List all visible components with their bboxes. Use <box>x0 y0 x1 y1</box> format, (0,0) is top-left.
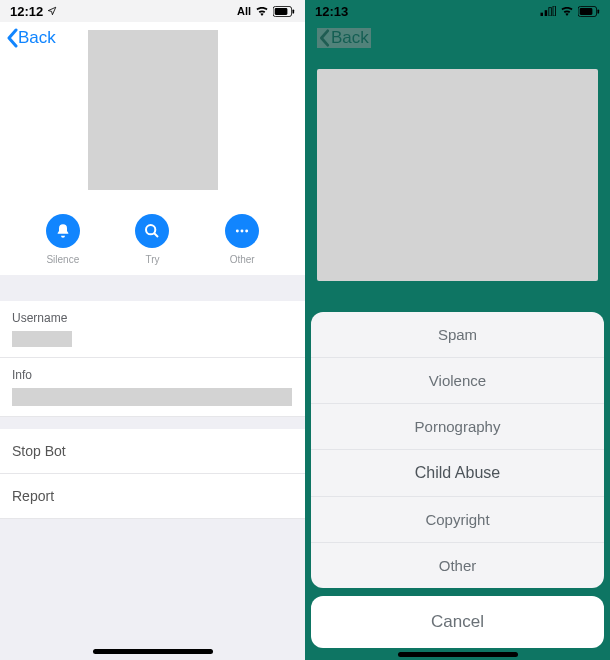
svg-rect-10 <box>549 8 552 16</box>
sheet-item-spam[interactable]: Spam <box>311 312 604 358</box>
right-header: Back <box>305 22 610 57</box>
sheet-item-copyright[interactable]: Copyright <box>311 497 604 543</box>
status-time: 12:12 <box>10 4 43 19</box>
signal-icon <box>540 6 556 16</box>
try-label: Try <box>145 254 159 265</box>
username-label: Username <box>12 311 293 325</box>
sheet-item-pornography[interactable]: Pornography <box>311 404 604 450</box>
username-block: Username <box>0 301 305 358</box>
image-placeholder <box>317 69 598 281</box>
back-label: Back <box>18 28 56 48</box>
sheet-item-child-abuse[interactable]: Child Abuse <box>311 450 604 497</box>
svg-rect-8 <box>541 13 544 16</box>
try-action: Try <box>117 214 187 265</box>
carrier-text: All <box>237 5 251 17</box>
info-value-placeholder <box>12 388 292 406</box>
wifi-icon <box>560 6 574 16</box>
search-icon <box>144 223 160 239</box>
svg-point-6 <box>241 230 244 233</box>
more-icon <box>234 223 250 239</box>
back-label: Back <box>331 28 369 48</box>
chevron-left-icon <box>319 29 331 47</box>
sheet-item-violence[interactable]: Violence <box>311 358 604 404</box>
report-action-sheet: Spam Violence Pornography Child Abuse Co… <box>311 312 604 588</box>
username-value-placeholder <box>12 331 72 347</box>
svg-rect-2 <box>292 9 294 13</box>
svg-rect-1 <box>275 8 288 15</box>
silence-action: Silence <box>28 214 98 265</box>
status-time: 12:13 <box>315 4 348 19</box>
profile-avatar-placeholder <box>88 30 218 190</box>
svg-rect-11 <box>553 6 556 16</box>
status-bar: 12:12 All <box>0 0 305 22</box>
battery-icon <box>273 6 295 17</box>
battery-icon <box>578 6 600 17</box>
location-arrow-icon <box>47 6 57 16</box>
back-button[interactable]: Back <box>317 28 371 48</box>
status-bar: 12:13 <box>305 0 610 22</box>
other-button[interactable] <box>225 214 259 248</box>
action-sheet-wrapper: Spam Violence Pornography Child Abuse Co… <box>305 306 610 660</box>
svg-rect-14 <box>597 9 599 13</box>
report-item[interactable]: Report <box>0 474 305 519</box>
back-button[interactable]: Back <box>6 28 56 48</box>
cancel-button[interactable]: Cancel <box>311 596 604 648</box>
silence-button[interactable] <box>46 214 80 248</box>
svg-point-7 <box>245 230 248 233</box>
svg-point-5 <box>236 230 239 233</box>
svg-rect-13 <box>580 8 593 15</box>
home-indicator[interactable] <box>398 652 518 657</box>
home-indicator[interactable] <box>93 649 213 654</box>
silence-label: Silence <box>46 254 79 265</box>
wifi-icon <box>255 6 269 16</box>
try-button[interactable] <box>135 214 169 248</box>
phone-left: 12:12 All Back Silence Try <box>0 0 305 660</box>
sheet-item-other[interactable]: Other <box>311 543 604 588</box>
svg-point-3 <box>146 225 155 234</box>
phone-right: 12:13 Back Spam Violence Pornography Chi… <box>305 0 610 660</box>
section-gap <box>0 275 305 301</box>
section-gap <box>0 417 305 429</box>
stop-bot-item[interactable]: Stop Bot <box>0 429 305 474</box>
action-row: Silence Try Other <box>0 202 305 275</box>
info-label: Info <box>12 368 293 382</box>
svg-line-4 <box>154 233 158 237</box>
info-block: Info <box>0 358 305 417</box>
svg-rect-9 <box>545 10 548 16</box>
profile-header: Back <box>0 22 305 202</box>
other-action: Other <box>207 214 277 265</box>
other-label: Other <box>230 254 255 265</box>
empty-area <box>0 519 305 660</box>
bell-icon <box>55 223 71 239</box>
